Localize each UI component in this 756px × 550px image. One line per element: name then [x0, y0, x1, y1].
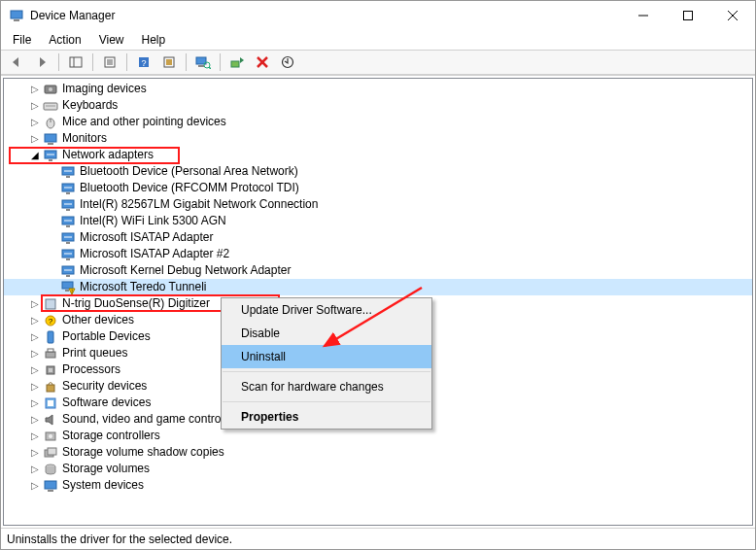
- tree-node-label: Bluetooth Device (Personal Area Network): [80, 163, 302, 180]
- svg-rect-39: [66, 209, 70, 211]
- content-area: ▷Imaging devices▷Keyboards▷Mice and othe…: [1, 75, 755, 528]
- expand-icon[interactable]: ▷: [29, 461, 41, 477]
- svg-rect-49: [65, 290, 69, 292]
- maximize-button[interactable]: [666, 1, 710, 30]
- window-title: Device Manager: [30, 9, 621, 22]
- system-icon: [43, 478, 58, 494]
- tree-node[interactable]: ◢Network adapters: [4, 147, 752, 163]
- context-menu-separator: [223, 401, 430, 402]
- tree-node[interactable]: ▷Storage controllers: [4, 428, 752, 444]
- portable-icon: [43, 329, 58, 345]
- expand-icon[interactable]: ▷: [29, 295, 41, 312]
- tree-node[interactable]: ▷Storage volume shadow copies: [4, 444, 752, 461]
- svg-rect-65: [48, 448, 56, 455]
- expand-icon[interactable]: ▷: [29, 328, 41, 345]
- imaging-icon: [43, 82, 58, 97]
- tree-node[interactable]: Intel(R) WiFi Link 5300 AGN: [4, 213, 752, 229]
- context-menu-separator: [223, 371, 430, 372]
- tree-node[interactable]: Microsoft ISATAP Adapter: [4, 229, 752, 246]
- tree-node[interactable]: Microsoft ISATAP Adapter #2: [4, 246, 752, 262]
- net-icon: [60, 247, 76, 262]
- context-menu-item[interactable]: Scan for hardware changes: [222, 375, 431, 398]
- uninstall-button[interactable]: [251, 52, 274, 73]
- net-warn-icon: !: [60, 280, 76, 295]
- storage-icon: [43, 429, 58, 444]
- context-menu-item[interactable]: Disable: [222, 322, 431, 345]
- tree-node[interactable]: !Microsoft Teredo Tunneli: [4, 279, 752, 295]
- expand-icon[interactable]: ▷: [29, 477, 41, 494]
- tree-node[interactable]: ▷Imaging devices: [4, 81, 752, 97]
- svg-line-19: [209, 67, 211, 69]
- net-icon: [43, 148, 58, 163]
- tree-node-label: Bluetooth Device (RFCOMM Protocol TDI): [80, 180, 303, 196]
- toolbar: ?: [1, 50, 755, 75]
- disable-button[interactable]: [276, 52, 299, 73]
- svg-rect-58: [49, 368, 52, 372]
- minimize-button[interactable]: [621, 1, 666, 30]
- tree-node-label: Storage volume shadow copies: [62, 444, 228, 461]
- expand-icon[interactable]: ▷: [29, 81, 41, 97]
- update-driver-button[interactable]: [225, 52, 249, 73]
- svg-rect-51: [46, 299, 55, 309]
- tree-node[interactable]: ▷Keyboards: [4, 97, 752, 114]
- tree-node[interactable]: ▷Monitors: [4, 130, 752, 147]
- tree-node-label: Processors: [62, 361, 124, 378]
- expand-icon[interactable]: ▷: [29, 411, 41, 428]
- svg-rect-68: [48, 490, 53, 492]
- software-icon: [43, 395, 58, 411]
- options-button[interactable]: [157, 52, 181, 73]
- expand-icon[interactable]: ▷: [29, 97, 41, 114]
- tree-node[interactable]: Bluetooth Device (Personal Area Network): [4, 163, 752, 180]
- expand-icon[interactable]: ▷: [29, 428, 41, 444]
- svg-rect-17: [198, 65, 204, 67]
- svg-text:?: ?: [141, 58, 146, 68]
- collapse-icon[interactable]: ◢: [29, 147, 41, 163]
- tree-node[interactable]: Microsoft Kernel Debug Network Adapter: [4, 262, 752, 279]
- svg-rect-33: [49, 159, 52, 161]
- tree-node-label: Microsoft Kernel Debug Network Adapter: [80, 262, 294, 279]
- forward-button[interactable]: [30, 52, 53, 73]
- svg-rect-41: [66, 225, 70, 227]
- show-hide-tree-button[interactable]: [64, 52, 87, 73]
- properties-button[interactable]: [98, 52, 121, 73]
- toolbar-separator: [220, 53, 221, 71]
- expand-icon[interactable]: ▷: [29, 130, 41, 147]
- expand-icon[interactable]: ▷: [29, 345, 41, 361]
- svg-rect-30: [45, 134, 56, 142]
- monitor-icon: [43, 131, 58, 147]
- tree-container: ▷Imaging devices▷Keyboards▷Mice and othe…: [3, 78, 753, 526]
- help-button[interactable]: ?: [132, 52, 155, 73]
- menu-file[interactable]: File: [5, 31, 39, 49]
- expand-icon[interactable]: ▷: [29, 378, 41, 395]
- expand-icon[interactable]: ▷: [29, 312, 41, 328]
- device-manager-icon: [9, 8, 24, 23]
- tree-node[interactable]: Bluetooth Device (RFCOMM Protocol TDI): [4, 180, 752, 196]
- expand-icon[interactable]: ▷: [29, 444, 41, 461]
- menu-view[interactable]: View: [91, 31, 132, 49]
- tree-node[interactable]: ▷Mice and other pointing devices: [4, 114, 752, 130]
- svg-rect-1: [14, 19, 19, 21]
- expand-icon[interactable]: ▷: [29, 114, 41, 130]
- tree-node-label: Software devices: [62, 395, 155, 411]
- svg-rect-47: [66, 275, 70, 277]
- expand-icon[interactable]: ▷: [29, 361, 41, 378]
- statusbar: Uninstalls the driver for the selected d…: [1, 528, 755, 549]
- svg-rect-37: [66, 192, 70, 194]
- tree-node-label: Storage controllers: [62, 428, 164, 444]
- expand-icon[interactable]: ▷: [29, 395, 41, 411]
- menu-help[interactable]: Help: [134, 31, 174, 49]
- close-button[interactable]: [710, 1, 755, 30]
- tree-node[interactable]: Intel(R) 82567LM Gigabit Network Connect…: [4, 196, 752, 213]
- svg-rect-67: [45, 481, 56, 489]
- context-menu-item[interactable]: Uninstall: [222, 345, 431, 368]
- context-menu-item[interactable]: Update Driver Software...: [222, 298, 431, 322]
- svg-rect-6: [70, 57, 82, 67]
- svg-rect-59: [47, 385, 54, 392]
- tree-node[interactable]: ▷System devices: [4, 477, 752, 494]
- back-button[interactable]: [5, 52, 28, 73]
- context-menu-item[interactable]: Properties: [222, 405, 431, 429]
- menu-action[interactable]: Action: [41, 31, 88, 49]
- tree-node[interactable]: ▷Storage volumes: [4, 461, 752, 477]
- scan-hardware-button[interactable]: [191, 52, 215, 73]
- toolbar-separator: [126, 53, 127, 71]
